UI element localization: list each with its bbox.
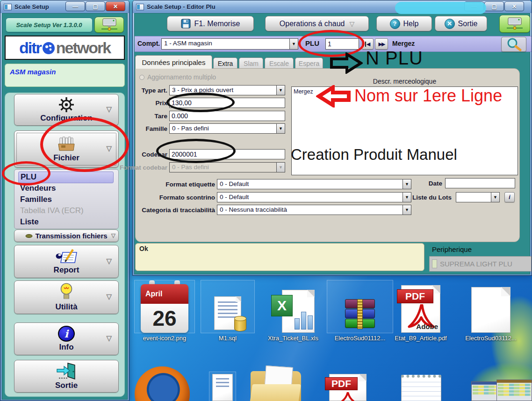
calendar-month: April bbox=[141, 284, 188, 304]
peripherique-device-box[interactable]: SUPREMA LIGHT PLU bbox=[429, 256, 532, 272]
computer-network-icon bbox=[505, 17, 524, 31]
format-etiquette-label: Format etiquette bbox=[145, 181, 215, 188]
scale-setup-window: Scale Setup — ▢ ✕ Scale Setup Ver 1.3.0.… bbox=[0, 0, 129, 401]
notepad-icon[interactable] bbox=[401, 375, 441, 401]
help-icon: ? bbox=[390, 19, 400, 29]
network-status-button[interactable] bbox=[499, 15, 530, 33]
sidebar-button-utilita[interactable]: Utilità ▽ bbox=[14, 280, 119, 314]
maximize-icon: ▢ bbox=[93, 3, 98, 10]
desktop-icon-event[interactable]: April 26 event-icon2.png bbox=[135, 280, 194, 342]
left-titlebar[interactable]: Scale Setup — ▢ ✕ bbox=[0, 0, 129, 13]
format-etiquette-dropdown[interactable]: 0 - Default ▼ bbox=[217, 179, 411, 189]
minimize-button[interactable]: — bbox=[65, 1, 85, 11]
peripherique-label: Peripherique bbox=[432, 245, 472, 253]
annotation-red-ellipse-fichier bbox=[40, 117, 129, 172]
pdf-icon-small[interactable]: PDF bbox=[329, 374, 367, 401]
sidebar-item-liste[interactable]: Liste bbox=[18, 217, 112, 227]
status-message-box: Ok bbox=[135, 243, 424, 271]
liste-du-lots-dropdown[interactable]: ▼ bbox=[456, 192, 500, 202]
store-name-banner: ASM magasin bbox=[5, 64, 125, 87]
dropdown-arrow-icon: ▼ bbox=[403, 192, 411, 202]
info-icon: i bbox=[58, 326, 75, 342]
version-button[interactable]: Scale Setup Ver 1.3.0.0 bbox=[6, 18, 93, 32]
maximize-button[interactable]: ▢ bbox=[484, 1, 504, 11]
formato-scontrino-dropdown[interactable]: 0 - Default ▼ bbox=[217, 192, 411, 202]
sidebar-item-familles[interactable]: Familles bbox=[18, 195, 112, 204]
operations-chaud-button[interactable]: Operations á chaud ▽ bbox=[265, 16, 369, 31]
desktop-icon-rar[interactable]: ElectroSud01112... bbox=[327, 280, 393, 342]
close-button[interactable]: ✕ bbox=[504, 1, 524, 11]
app-icon bbox=[4, 4, 12, 10]
date-label: Date bbox=[407, 180, 442, 187]
left-window-body: Scale Setup Ver 1.3.0.0 ditr bbox=[2, 13, 128, 400]
excel-x-badge: X bbox=[271, 295, 293, 316]
sidebar-button-report[interactable]: Report ▽ bbox=[14, 245, 119, 278]
help-button[interactable]: ? Help bbox=[376, 16, 432, 31]
annotation-n-plu-text: N PLU bbox=[366, 48, 423, 69]
app-thumbnail-icon-2[interactable] bbox=[496, 380, 532, 401]
first-bar-icon bbox=[365, 42, 366, 47]
tab-escale[interactable]: Escale bbox=[265, 57, 294, 69]
tab-slam[interactable]: Slam bbox=[239, 57, 263, 69]
magnifier-icon bbox=[505, 37, 522, 51]
aggiornamento-radio: Aggiornamento multiplo bbox=[139, 73, 216, 81]
adobe-brand-label: Adobe bbox=[416, 322, 438, 330]
search-button[interactable] bbox=[501, 37, 526, 52]
sidebar-button-transmission[interactable]: Transmission fichiers ▽ bbox=[14, 229, 119, 242]
desktop-icon-pdf[interactable]: PDF Adobe Etat_B9_Article.pdf bbox=[392, 280, 450, 342]
dropdown-arrow-icon: ▼ bbox=[403, 205, 411, 215]
radio-icon bbox=[139, 75, 144, 80]
network-status-button[interactable] bbox=[94, 17, 124, 33]
maximize-button[interactable]: ▢ bbox=[86, 1, 105, 11]
tab-espera[interactable]: Espera bbox=[295, 57, 323, 69]
close-button[interactable]: ✕ bbox=[106, 1, 125, 11]
app-thumbnail-icon[interactable] bbox=[471, 381, 497, 401]
exit-door-icon bbox=[55, 362, 78, 380]
minimize-icon: — bbox=[72, 3, 78, 10]
logo-text-gray: network bbox=[56, 39, 110, 57]
tare-input[interactable] bbox=[169, 111, 285, 121]
floppy-disk-icon bbox=[181, 19, 191, 29]
memorise-button[interactable]: F1. Memorise bbox=[167, 16, 254, 31]
sql-file-icon bbox=[214, 296, 241, 330]
desktop-icon-label: M1.sql bbox=[201, 335, 254, 342]
lightbulb-icon bbox=[59, 283, 73, 301]
calendar-day: 26 bbox=[141, 304, 188, 333]
pdf-badge: PDF bbox=[397, 289, 433, 303]
expander-icon: ▽ bbox=[111, 232, 115, 238]
expander-icon: ▽ bbox=[106, 293, 112, 301]
desktop-icon-xls[interactable]: X Xtra_Ticket_BL.xls bbox=[262, 280, 324, 342]
sidebar-button-sortie[interactable]: Sortie bbox=[14, 360, 119, 393]
sidebar-button-info[interactable]: i Info ▽ bbox=[14, 322, 119, 355]
tab-donnees-principales[interactable]: Données principales bbox=[135, 55, 212, 69]
firefox-icon[interactable] bbox=[135, 366, 190, 401]
lots-info-button[interactable]: i bbox=[504, 192, 515, 202]
window-title: Scale Setup - Editor Plu bbox=[147, 3, 216, 10]
computer-network-icon bbox=[100, 18, 119, 32]
desktop-icon-blank[interactable]: ElectroSud03112... bbox=[458, 280, 524, 342]
app-icon bbox=[136, 4, 144, 10]
desktop-icon-label: event-icon2.png bbox=[135, 335, 194, 342]
desktop-icon-doc-small[interactable] bbox=[209, 372, 236, 401]
nav-prev-icon: ◀ bbox=[367, 41, 370, 47]
nav-next-icon: ▶▶ bbox=[379, 41, 385, 47]
expander-icon: ▽ bbox=[106, 334, 112, 343]
expander-icon: ▽ bbox=[106, 257, 112, 265]
annotation-black-ellipse-codebar bbox=[156, 139, 236, 163]
tab-extra[interactable]: Extra bbox=[213, 57, 237, 69]
famille-dropdown[interactable]: 0 - Pas defini ▼ bbox=[169, 123, 285, 134]
descr-merceologique-label: Descr. merceologique bbox=[291, 78, 518, 85]
compt-dropdown[interactable]: 1 - ASM magasin ▼ bbox=[161, 38, 298, 50]
desktop-icon-sql[interactable]: M1.sql bbox=[201, 280, 254, 342]
formato-scontrino-label: Formato scontrino bbox=[145, 194, 215, 201]
categoria-dropdown[interactable]: 0 - Nessuna tracciabilità ▼ bbox=[217, 205, 411, 215]
desktop-icon-label: Xtra_Ticket_BL.xls bbox=[262, 335, 324, 342]
desktop-icon-label: ElectroSud01112... bbox=[327, 335, 393, 342]
expander-icon: ▽ bbox=[106, 105, 112, 114]
compt-label: Compt. bbox=[137, 40, 160, 47]
categoria-label: Categoria di tracciabilità bbox=[137, 207, 215, 214]
folder-icon[interactable] bbox=[251, 371, 301, 401]
toolbar-sortie-button[interactable]: ✕ Sortie bbox=[435, 16, 487, 31]
annotation-black-arrow-icon bbox=[330, 52, 363, 74]
date-input[interactable] bbox=[445, 178, 515, 188]
